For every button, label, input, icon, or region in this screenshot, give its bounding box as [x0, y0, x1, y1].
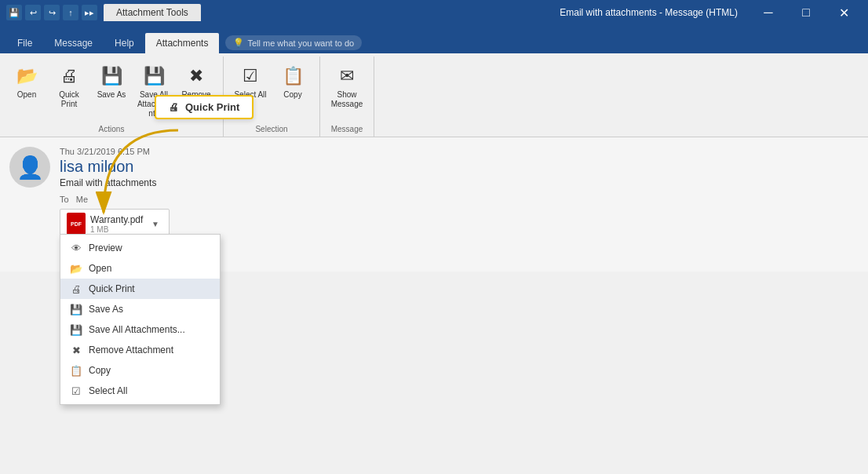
menu-item-save-all[interactable]: 💾 Save All Attachments...: [60, 319, 220, 340]
select-all-icon: ☑: [238, 64, 263, 89]
to-label: To: [60, 195, 69, 204]
up-icon[interactable]: ↑: [63, 5, 78, 20]
menu-item-copy[interactable]: 📋 Copy: [60, 360, 220, 381]
tell-me-label: Tell me what you want to do: [247, 38, 354, 48]
show-message-icon: ✉: [334, 64, 359, 89]
message-group-label: Message: [326, 122, 367, 137]
copy-icon: 📋: [280, 64, 305, 89]
tab-help[interactable]: Help: [104, 33, 145, 53]
tell-me-input[interactable]: 💡 Tell me what you want to do: [225, 35, 362, 50]
quick-print-label: Quick Print: [51, 90, 87, 109]
ribbon: 📂 Open 🖨 Quick Print 💾 Save As 💾 Save Al…: [0, 53, 868, 137]
attachment-tools-tab[interactable]: Attachment Tools: [104, 4, 201, 21]
tab-attachments[interactable]: Attachments: [145, 33, 220, 53]
quick-print-button[interactable]: 🖨 Quick Print: [49, 60, 89, 113]
email-container: 👤 Thu 3/21/2019 6:15 PM lisa mildon Emai…: [0, 137, 868, 272]
title-bar-tabs: Attachment Tools: [104, 4, 560, 21]
redo-icon[interactable]: ↪: [44, 5, 60, 20]
save-as-ctx-icon: 💾: [70, 303, 82, 315]
email-meta: Thu 3/21/2019 6:15 PM lisa mildon Email …: [60, 147, 859, 188]
email-header: 👤 Thu 3/21/2019 6:15 PM lisa mildon Emai…: [9, 147, 859, 188]
actions-group-label: Actions: [6, 122, 217, 137]
menu-item-save-as[interactable]: 💾 Save As: [60, 299, 220, 319]
show-message-button[interactable]: ✉ Show Message: [326, 60, 367, 113]
tab-file[interactable]: File: [6, 33, 43, 53]
select-all-ctx-label: Select All: [89, 385, 127, 396]
window-controls[interactable]: ─ □ ✕: [750, 0, 862, 25]
email-sender: lisa mildon: [60, 158, 859, 176]
ribbon-group-message: ✉ Show Message Message: [320, 57, 374, 137]
quick-print-callout-label: Quick Print: [185, 101, 239, 113]
remove-ctx-label: Remove Attachment: [89, 345, 173, 356]
save-as-button[interactable]: 💾 Save As: [91, 60, 132, 104]
menu-item-open[interactable]: 📂 Open: [60, 258, 220, 279]
save-as-icon: 💾: [99, 64, 124, 89]
title-bar: 💾 ↩ ↪ ↑ ▸▸ Attachment Tools Email with a…: [0, 0, 868, 25]
menu-item-quick-print[interactable]: 🖨 Quick Print: [60, 279, 220, 299]
email-date: Thu 3/21/2019 6:15 PM: [60, 147, 859, 156]
save-icon[interactable]: 💾: [6, 5, 22, 20]
copy-ctx-icon: 📋: [70, 364, 82, 377]
selection-group-label: Selection: [230, 122, 313, 137]
menu-item-remove[interactable]: ✖ Remove Attachment: [60, 340, 220, 360]
to-line: To Me: [9, 195, 859, 204]
email-subject: Email with attachments: [60, 177, 859, 188]
minimize-button[interactable]: ─: [750, 0, 786, 25]
attachment-bar: PDF Warranty.pdf 1 MB ▼ 👁 Preview 📂 Open: [60, 209, 170, 239]
to-value: Me: [76, 195, 88, 204]
preview-icon: 👁: [70, 242, 82, 254]
title-bar-controls[interactable]: 💾 ↩ ↪ ↑ ▸▸: [6, 5, 97, 20]
open-icon: 📂: [14, 64, 39, 89]
save-as-ctx-label: Save As: [89, 304, 123, 315]
message-buttons: ✉ Show Message: [326, 57, 367, 122]
preview-label: Preview: [89, 242, 122, 253]
open-ctx-icon: 📂: [70, 262, 82, 275]
context-menu: 👁 Preview 📂 Open 🖨 Quick Print 💾 Save As…: [60, 234, 221, 405]
menu-item-select-all[interactable]: ☑ Select All: [60, 381, 220, 401]
show-message-label: Show Message: [329, 90, 365, 109]
open-button[interactable]: 📂 Open: [6, 60, 47, 104]
save-all-ctx-icon: 💾: [70, 323, 82, 336]
ribbon-tabs: File Message Help Attachments 💡 Tell me …: [0, 25, 868, 53]
menu-item-preview[interactable]: 👁 Preview: [60, 238, 220, 258]
attachment-dropdown-icon[interactable]: ▼: [148, 218, 162, 230]
printer-callout-icon: 🖨: [169, 101, 179, 113]
open-label: Open: [17, 90, 36, 100]
copy-ctx-label: Copy: [89, 365, 111, 376]
quick-print-ctx-label: Quick Print: [89, 283, 135, 294]
pdf-icon: PDF: [67, 213, 86, 235]
copy-button[interactable]: 📋 Copy: [272, 60, 313, 104]
remove-icon: ✖: [184, 64, 209, 89]
quick-print-callout: 🖨 Quick Print: [155, 95, 253, 119]
lightbulb-icon: 💡: [233, 38, 244, 48]
attachment-name: Warranty.pdf: [90, 214, 144, 225]
window-title: Email with attachments - Message (HTML): [560, 7, 738, 18]
copy-label: Copy: [283, 90, 301, 100]
save-all-ctx-label: Save All Attachments...: [89, 324, 185, 335]
save-as-label: Save As: [97, 90, 126, 100]
tab-message[interactable]: Message: [43, 33, 104, 53]
undo-icon[interactable]: ↩: [25, 5, 41, 20]
close-button[interactable]: ✕: [826, 0, 862, 25]
remove-ctx-icon: ✖: [70, 344, 82, 356]
attachment-size: 1 MB: [90, 225, 144, 234]
quick-print-icon: 🖨: [57, 64, 82, 89]
maximize-button[interactable]: □: [788, 0, 824, 25]
open-ctx-label: Open: [89, 263, 111, 274]
attachment-info: Warranty.pdf 1 MB: [90, 214, 144, 234]
avatar: 👤: [9, 147, 50, 188]
quick-print-ctx-icon: 🖨: [70, 283, 82, 295]
more-icon[interactable]: ▸▸: [82, 5, 97, 20]
select-all-ctx-icon: ☑: [70, 385, 82, 397]
save-all-icon: 💾: [141, 64, 166, 89]
